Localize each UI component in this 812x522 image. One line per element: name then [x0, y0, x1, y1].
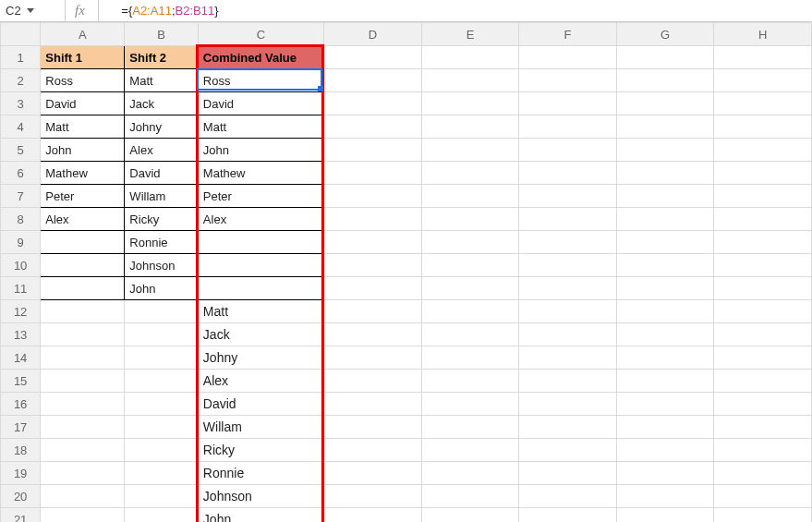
cell-C11[interactable]	[198, 277, 323, 300]
cell-H17[interactable]	[714, 416, 812, 439]
cell-C21[interactable]: John	[198, 508, 323, 523]
cell-H1[interactable]	[714, 46, 812, 69]
cell-D4[interactable]	[324, 115, 422, 139]
cell-D15[interactable]	[324, 370, 422, 393]
cell-C13[interactable]: Jack	[198, 323, 323, 346]
cell-A1[interactable]: Shift 1	[41, 46, 125, 69]
cell-A4[interactable]: Matt	[41, 115, 125, 139]
cell-D21[interactable]	[324, 508, 422, 523]
cell-F13[interactable]	[519, 323, 617, 346]
cell-G21[interactable]	[616, 508, 714, 523]
column-header-A[interactable]: A	[41, 23, 125, 46]
row-header-13[interactable]: 13	[1, 323, 41, 346]
cell-H7[interactable]	[714, 185, 812, 208]
row-header-4[interactable]: 4	[1, 115, 41, 139]
row-header-18[interactable]: 18	[1, 439, 41, 462]
cell-G11[interactable]	[616, 277, 714, 300]
row-header-17[interactable]: 17	[1, 416, 41, 439]
cell-G9[interactable]	[616, 231, 714, 254]
cell-F16[interactable]	[519, 393, 617, 416]
cell-E21[interactable]	[421, 508, 519, 523]
cell-E12[interactable]	[421, 300, 519, 323]
cell-E6[interactable]	[421, 162, 519, 185]
cell-B11[interactable]: John	[125, 277, 198, 300]
cell-G15[interactable]	[616, 370, 714, 393]
cell-C5[interactable]: John	[198, 139, 323, 162]
cell-G14[interactable]	[616, 346, 714, 370]
cell-F7[interactable]	[519, 185, 617, 208]
cell-G7[interactable]	[616, 185, 714, 208]
row-header-11[interactable]: 11	[1, 277, 41, 300]
cell-D6[interactable]	[324, 162, 422, 185]
cell-G17[interactable]	[616, 416, 714, 439]
cell-H21[interactable]	[714, 508, 812, 523]
name-box[interactable]: C2	[0, 2, 46, 19]
row-header-20[interactable]: 20	[1, 485, 41, 508]
cell-D2[interactable]	[324, 69, 422, 92]
fx-icon[interactable]: fx	[75, 3, 85, 18]
cell-B10[interactable]: Johnson	[125, 254, 198, 277]
cell-B1[interactable]: Shift 2	[125, 46, 198, 69]
cell-D8[interactable]	[324, 208, 422, 231]
row-header-8[interactable]: 8	[1, 208, 41, 231]
cell-B7[interactable]: Willam	[125, 185, 198, 208]
cell-D7[interactable]	[324, 185, 422, 208]
cell-G12[interactable]	[616, 300, 714, 323]
row-header-19[interactable]: 19	[1, 462, 41, 485]
cell-F4[interactable]	[519, 115, 617, 139]
cell-B14[interactable]	[125, 346, 198, 370]
cell-B8[interactable]: Ricky	[125, 208, 198, 231]
cell-A13[interactable]	[41, 323, 125, 346]
cell-B9[interactable]: Ronnie	[125, 231, 198, 254]
cell-F14[interactable]	[519, 346, 617, 370]
cell-D5[interactable]	[324, 139, 422, 162]
cell-F5[interactable]	[519, 139, 617, 162]
cell-C10[interactable]	[198, 254, 323, 277]
cell-H13[interactable]	[714, 323, 812, 346]
cell-B6[interactable]: David	[125, 162, 198, 185]
cell-H15[interactable]	[714, 370, 812, 393]
cell-G8[interactable]	[616, 208, 714, 231]
cell-B19[interactable]	[125, 462, 198, 485]
cell-A8[interactable]: Alex	[41, 208, 125, 231]
cell-E20[interactable]	[421, 485, 519, 508]
cell-E2[interactable]	[421, 69, 519, 92]
cell-G6[interactable]	[616, 162, 714, 185]
cell-H2[interactable]	[714, 69, 812, 92]
cell-C6[interactable]: Mathew	[198, 162, 323, 185]
cell-E7[interactable]	[421, 185, 519, 208]
cell-G1[interactable]	[616, 46, 714, 69]
cell-E14[interactable]	[421, 346, 519, 370]
column-header-C[interactable]: C	[198, 23, 323, 46]
cell-A15[interactable]	[41, 370, 125, 393]
row-header-14[interactable]: 14	[1, 346, 41, 370]
cell-B3[interactable]: Jack	[125, 92, 198, 115]
cell-C7[interactable]: Peter	[198, 185, 323, 208]
cell-B2[interactable]: Matt	[125, 69, 198, 92]
cell-E3[interactable]	[421, 92, 519, 115]
cell-D16[interactable]	[324, 393, 422, 416]
cell-D20[interactable]	[324, 485, 422, 508]
cell-E19[interactable]	[421, 462, 519, 485]
cell-G4[interactable]	[616, 115, 714, 139]
row-header-9[interactable]: 9	[1, 231, 41, 254]
cell-H11[interactable]	[714, 277, 812, 300]
cell-H14[interactable]	[714, 346, 812, 370]
cell-F18[interactable]	[519, 439, 617, 462]
cell-B20[interactable]	[125, 485, 198, 508]
cell-C14[interactable]: Johny	[198, 346, 323, 370]
cell-B21[interactable]	[125, 508, 198, 523]
cell-C12[interactable]: Matt	[198, 300, 323, 323]
cell-A10[interactable]	[41, 254, 125, 277]
cell-C17[interactable]: Willam	[198, 416, 323, 439]
row-header-3[interactable]: 3	[1, 92, 41, 115]
cell-A18[interactable]	[41, 439, 125, 462]
cell-H18[interactable]	[714, 439, 812, 462]
cell-F19[interactable]	[519, 462, 617, 485]
cell-A19[interactable]	[41, 462, 125, 485]
cell-G18[interactable]	[616, 439, 714, 462]
cell-F8[interactable]	[519, 208, 617, 231]
cell-C9[interactable]	[198, 231, 323, 254]
cell-A2[interactable]: Ross	[41, 69, 125, 92]
cell-H8[interactable]	[714, 208, 812, 231]
